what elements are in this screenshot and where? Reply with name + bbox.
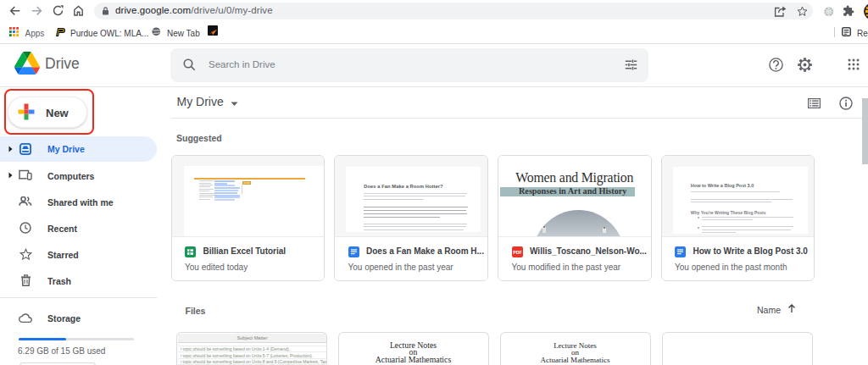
svg-text:PDF: PDF bbox=[513, 249, 521, 254]
